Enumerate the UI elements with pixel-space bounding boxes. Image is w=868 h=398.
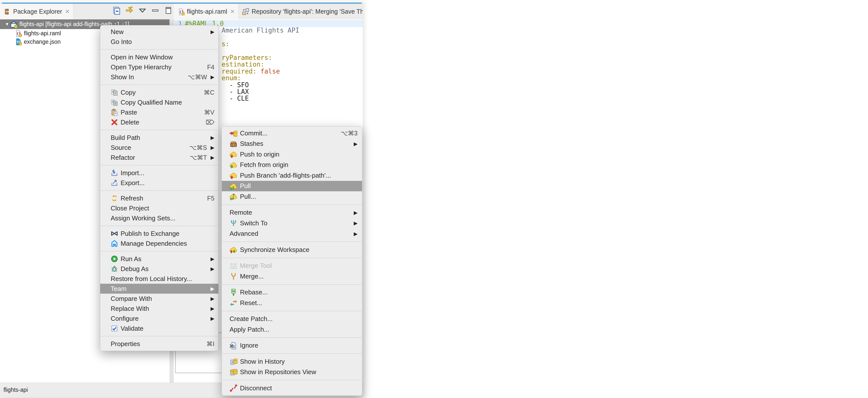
menu-item-validate[interactable]: Validate	[100, 323, 218, 333]
menu-item-compare-with[interactable]: Compare With▶	[100, 294, 218, 304]
menu-item-pull[interactable]: Pull	[222, 181, 362, 192]
menu-item-label: Rebase...	[240, 288, 268, 296]
screenshot-canvas: Package Explorer✕ {}flights-api.raml✕Rep…	[0, 0, 868, 398]
menu-separator	[100, 84, 218, 85]
menu-item-label: Stashes	[240, 140, 263, 148]
menu-item-run-as[interactable]: Run As▶	[100, 254, 218, 264]
menu-item-paste[interactable]: Paste⌘V	[100, 107, 218, 117]
menu-item-open-in-new-window[interactable]: Open in New Window	[100, 52, 218, 62]
menu-separator	[222, 241, 362, 242]
menu-item-close-project[interactable]: Close Project	[100, 203, 218, 213]
menu-item-advanced[interactable]: Advanced▶	[222, 229, 362, 239]
menu-item-label: New	[111, 28, 124, 36]
expander-icon[interactable]: ▼	[5, 22, 10, 27]
menu-item-label: Commit...	[240, 130, 268, 137]
close-icon[interactable]: ✕	[230, 8, 235, 15]
menu-item-source[interactable]: Source⌥⌘S▶	[100, 143, 218, 152]
merge-icon	[229, 272, 238, 280]
menu-item-label: Show in Repositories View	[240, 368, 316, 376]
menu-item-label: Push Branch 'add-flights-path'...	[240, 172, 331, 179]
menu-item-label: Synchronize Workspace	[240, 246, 309, 254]
tab-flights-api-raml[interactable]: {}flights-api.raml✕	[174, 4, 239, 19]
menu-item-label: Copy	[121, 89, 136, 96]
paste-icon	[111, 109, 118, 116]
menu-item-switch-to[interactable]: Switch To▶	[222, 218, 362, 229]
close-icon[interactable]: ✕	[65, 8, 69, 15]
menu-item-label: Build Path	[111, 134, 140, 142]
menu-item-restore-from-local-history[interactable]: Restore from Local History...	[100, 274, 218, 284]
reset-icon	[229, 299, 238, 307]
menu-item-create-patch[interactable]: Create Patch...	[222, 314, 362, 324]
menu-item-shortcut: ⌥⌘S	[190, 144, 207, 151]
menu-item-remote[interactable]: Remote▶	[222, 207, 362, 218]
menu-item-refactor[interactable]: Refactor⌥⌘T▶	[100, 152, 218, 163]
view-menu-icon[interactable]	[138, 6, 147, 15]
menu-item-show-in-repositories-view[interactable]: GITShow in Repositories View	[222, 367, 362, 378]
menu-item-copy[interactable]: Copy⌘C	[100, 87, 218, 97]
tab-package-explorer[interactable]: Package Explorer✕	[0, 4, 73, 19]
menu-item-shortcut: ⌥⌘W	[188, 74, 207, 81]
menu-item-label: Paste	[121, 109, 137, 116]
code-line-2: American Flights API	[222, 27, 299, 34]
menu-item-show-in-history[interactable]: Show in History	[222, 356, 362, 367]
menu-item-label: Manage Dependencies	[121, 240, 187, 248]
menu-item-stashes[interactable]: Stashes▶	[222, 139, 362, 149]
menu-item-synchronize-workspace[interactable]: Synchronize Workspace	[222, 245, 362, 255]
link-with-editor-icon[interactable]	[125, 6, 134, 15]
menu-item-reset[interactable]: Reset...	[222, 297, 362, 308]
menu-item-shortcut: F4	[207, 64, 214, 71]
code-line-11: - LAX	[222, 88, 249, 95]
menu-item-push-to-origin[interactable]: Push to origin	[222, 149, 362, 160]
submenu-arrow-icon: ▶	[208, 29, 214, 35]
menu-item-pull[interactable]: ?Pull...	[222, 191, 362, 202]
menu-item-label: Publish to Exchange	[121, 230, 179, 237]
menu-item-label: Merge Tool	[240, 262, 272, 269]
menu-item-replace-with[interactable]: Replace With▶	[100, 304, 218, 314]
menu-item-build-path[interactable]: Build Path▶	[100, 133, 218, 143]
menu-item-apply-patch[interactable]: Apply Patch...	[222, 324, 362, 335]
menu-item-label: Compare With	[111, 295, 152, 303]
menu-item-refresh[interactable]: RefreshF5	[100, 193, 218, 203]
menu-separator	[222, 311, 362, 311]
repository-icon	[242, 8, 249, 16]
menu-item-label: Import...	[121, 169, 144, 177]
menu-item-import[interactable]: Import...	[100, 168, 218, 178]
refresh-icon	[111, 195, 118, 202]
menu-item-configure[interactable]: Configure▶	[100, 314, 218, 323]
menu-item-label: Merge...	[240, 273, 264, 280]
tab-repository-flights-api-merging-save-thu-[interactable]: Repository 'flights-api': Merging 'Save …	[239, 4, 363, 19]
switch-to-icon	[229, 219, 238, 227]
menu-item-disconnect[interactable]: Disconnect	[222, 383, 362, 394]
minimize-icon[interactable]	[151, 6, 160, 15]
menu-item-label: Replace With	[111, 305, 149, 313]
menu-item-go-into[interactable]: Go Into	[100, 37, 218, 47]
code-line-6: ryParameters:	[222, 54, 272, 61]
menu-item-commit[interactable]: Commit...⌥⌘3	[222, 128, 362, 139]
collapse-all-icon[interactable]	[112, 6, 121, 15]
menu-item-team[interactable]: Team▶	[100, 284, 218, 294]
package-explorer-icon	[3, 8, 11, 16]
menu-item-fetch-from-origin[interactable]: Fetch from origin	[222, 160, 362, 170]
menu-item-rebase[interactable]: Rebase...	[222, 287, 362, 298]
menu-item-new[interactable]: New▶	[100, 27, 218, 37]
menu-item-publish-to-exchange[interactable]: Publish to Exchange	[100, 229, 218, 238]
import-icon	[111, 169, 118, 177]
menu-item-merge[interactable]: Merge...	[222, 271, 362, 282]
menu-item-label: Apply Patch...	[229, 326, 269, 333]
menu-item-delete[interactable]: Delete⌦	[100, 117, 218, 127]
svg-text:GIT: GIT	[231, 373, 235, 375]
menu-item-ignore[interactable]: Ignore	[222, 340, 362, 351]
raml-file-icon: {}	[14, 30, 22, 37]
menu-item-push-branch-add-flights-path[interactable]: Push Branch 'add-flights-path'...	[222, 170, 362, 181]
project-icon	[10, 21, 18, 28]
menu-item-debug-as[interactable]: Debug As▶	[100, 264, 218, 274]
menu-item-properties[interactable]: Properties⌘I	[100, 339, 218, 349]
menu-item-copy-qualified-name[interactable]: Copy Qualified Name	[100, 97, 218, 107]
menu-item-show-in[interactable]: Show In⌥⌘W▶	[100, 72, 218, 82]
menu-separator	[100, 190, 218, 191]
maximize-icon[interactable]	[164, 6, 173, 15]
menu-item-manage-dependencies[interactable]: Manage Dependencies	[100, 238, 218, 249]
menu-item-assign-working-sets[interactable]: Assign Working Sets...	[100, 213, 218, 223]
menu-item-open-type-hierarchy[interactable]: Open Type HierarchyF4	[100, 62, 218, 72]
menu-item-export[interactable]: Export...	[100, 178, 218, 188]
